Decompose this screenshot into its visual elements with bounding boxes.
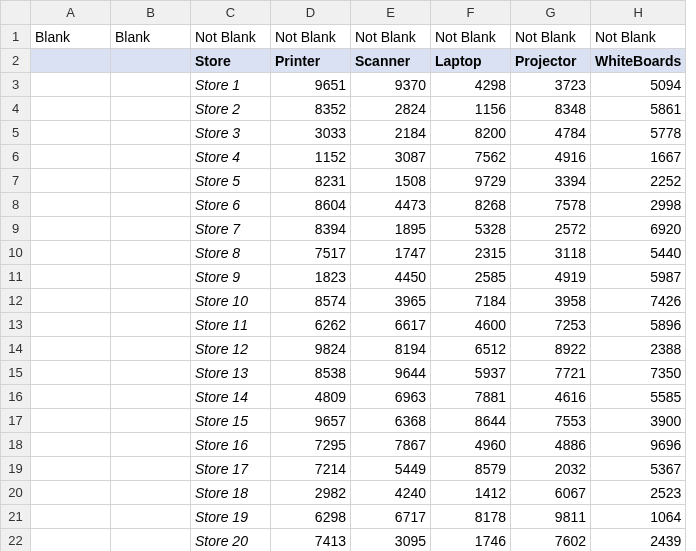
row-header-21[interactable]: 21 [1,505,31,529]
row-header-3[interactable]: 3 [1,73,31,97]
cell-G2[interactable]: Projector [511,49,591,73]
cell-whiteboards[interactable]: 1667 [591,145,686,169]
col-header-G[interactable]: G [511,1,591,25]
cell-laptop[interactable]: 7562 [431,145,511,169]
cell-printer[interactable]: 2982 [271,481,351,505]
cell-A9[interactable] [31,217,111,241]
row-header-9[interactable]: 9 [1,217,31,241]
cell-projector[interactable]: 8922 [511,337,591,361]
cell-printer[interactable]: 1152 [271,145,351,169]
cell-projector[interactable]: 4784 [511,121,591,145]
cell-printer[interactable]: 8604 [271,193,351,217]
cell-store[interactable]: Store 10 [191,289,271,313]
cell-B21[interactable] [111,505,191,529]
cell-B13[interactable] [111,313,191,337]
cell-B15[interactable] [111,361,191,385]
row-header-6[interactable]: 6 [1,145,31,169]
cell-A16[interactable] [31,385,111,409]
cell-projector[interactable]: 4886 [511,433,591,457]
cell-H1[interactable]: Not Blank [591,25,686,49]
cell-A12[interactable] [31,289,111,313]
cell-B6[interactable] [111,145,191,169]
row-header-19[interactable]: 19 [1,457,31,481]
cell-B4[interactable] [111,97,191,121]
cell-store[interactable]: Store 4 [191,145,271,169]
cell-store[interactable]: Store 5 [191,169,271,193]
row-header-17[interactable]: 17 [1,409,31,433]
cell-store[interactable]: Store 12 [191,337,271,361]
cell-scanner[interactable]: 1895 [351,217,431,241]
cell-B20[interactable] [111,481,191,505]
cell-A2[interactable] [31,49,111,73]
cell-scanner[interactable]: 4450 [351,265,431,289]
cell-laptop[interactable]: 1746 [431,529,511,552]
cell-printer[interactable]: 7517 [271,241,351,265]
cell-scanner[interactable]: 6963 [351,385,431,409]
cell-scanner[interactable]: 1508 [351,169,431,193]
cell-store[interactable]: Store 9 [191,265,271,289]
cell-scanner[interactable]: 3965 [351,289,431,313]
cell-printer[interactable]: 4809 [271,385,351,409]
col-header-F[interactable]: F [431,1,511,25]
cell-B3[interactable] [111,73,191,97]
cell-scanner[interactable]: 3087 [351,145,431,169]
cell-projector[interactable]: 9811 [511,505,591,529]
cell-store[interactable]: Store 1 [191,73,271,97]
cell-printer[interactable]: 8538 [271,361,351,385]
cell-projector[interactable]: 3118 [511,241,591,265]
row-header-7[interactable]: 7 [1,169,31,193]
cell-printer[interactable]: 9651 [271,73,351,97]
col-header-C[interactable]: C [191,1,271,25]
cell-printer[interactable]: 8394 [271,217,351,241]
cell-printer[interactable]: 1823 [271,265,351,289]
cell-B19[interactable] [111,457,191,481]
cell-printer[interactable]: 8352 [271,97,351,121]
cell-scanner[interactable]: 2184 [351,121,431,145]
cell-whiteboards[interactable]: 5094 [591,73,686,97]
cell-whiteboards[interactable]: 3900 [591,409,686,433]
cell-whiteboards[interactable]: 2252 [591,169,686,193]
cell-A7[interactable] [31,169,111,193]
cell-scanner[interactable]: 9644 [351,361,431,385]
cell-laptop[interactable]: 8200 [431,121,511,145]
cell-whiteboards[interactable]: 2523 [591,481,686,505]
cell-A20[interactable] [31,481,111,505]
cell-whiteboards[interactable]: 2439 [591,529,686,552]
cell-store[interactable]: Store 14 [191,385,271,409]
cell-laptop[interactable]: 8178 [431,505,511,529]
cell-printer[interactable]: 9824 [271,337,351,361]
cell-projector[interactable]: 8348 [511,97,591,121]
cell-whiteboards[interactable]: 5778 [591,121,686,145]
cell-projector[interactable]: 7602 [511,529,591,552]
cell-B17[interactable] [111,409,191,433]
row-header-12[interactable]: 12 [1,289,31,313]
spreadsheet-grid[interactable]: A B C D E F G H 1BlankBlankNot BlankNot … [0,0,686,551]
cell-D2[interactable]: Printer [271,49,351,73]
cell-scanner[interactable]: 7867 [351,433,431,457]
cell-scanner[interactable]: 9370 [351,73,431,97]
cell-store[interactable]: Store 18 [191,481,271,505]
row-header-4[interactable]: 4 [1,97,31,121]
cell-B22[interactable] [111,529,191,552]
cell-whiteboards[interactable]: 5987 [591,265,686,289]
cell-scanner[interactable]: 5449 [351,457,431,481]
cell-projector[interactable]: 3394 [511,169,591,193]
cell-laptop[interactable]: 2315 [431,241,511,265]
cell-whiteboards[interactable]: 7426 [591,289,686,313]
cell-A8[interactable] [31,193,111,217]
cell-scanner[interactable]: 6368 [351,409,431,433]
cell-whiteboards[interactable]: 5861 [591,97,686,121]
cell-A13[interactable] [31,313,111,337]
cell-projector[interactable]: 7553 [511,409,591,433]
col-header-H[interactable]: H [591,1,686,25]
cell-B12[interactable] [111,289,191,313]
cell-store[interactable]: Store 8 [191,241,271,265]
row-header-18[interactable]: 18 [1,433,31,457]
cell-projector[interactable]: 4916 [511,145,591,169]
cell-C1[interactable]: Not Blank [191,25,271,49]
cell-laptop[interactable]: 5328 [431,217,511,241]
col-header-B[interactable]: B [111,1,191,25]
cell-store[interactable]: Store 20 [191,529,271,552]
cell-whiteboards[interactable]: 2998 [591,193,686,217]
cell-scanner[interactable]: 4240 [351,481,431,505]
